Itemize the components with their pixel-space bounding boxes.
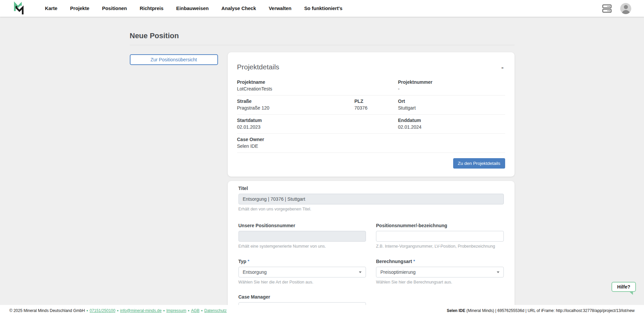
user-avatar-icon[interactable] xyxy=(620,3,631,14)
case-owner-value: Selen IDE xyxy=(237,143,355,149)
project-row: Startdatum 02.01.2023 Enddatum 02.01.202… xyxy=(237,115,505,134)
typ-select[interactable]: Entsorgung xyxy=(238,267,366,277)
plz-label: PLZ xyxy=(355,99,398,104)
startdatum-value: 02.01.2023 xyxy=(237,124,355,130)
titel-helper: Erhält den von uns vorgegebenen Titel. xyxy=(238,207,504,211)
footer-left: © 2025 Mineral Minds Deutschland GmbH•07… xyxy=(9,308,227,313)
unsere-positionsnummer-input xyxy=(238,231,366,242)
back-to-positions-button[interactable]: Zur Positionsübersicht xyxy=(130,54,218,65)
nav-item-karte[interactable]: Karte xyxy=(45,6,57,11)
positionsnummer-label: Positionsnummer/-bezeichnung xyxy=(376,223,504,228)
nav-item-projekte[interactable]: Projekte xyxy=(70,6,89,11)
footer-datenschutz-link[interactable]: Datenschutz xyxy=(204,308,227,313)
positionsnummer-input[interactable] xyxy=(376,231,504,242)
projektname-value: LotCreationTests xyxy=(237,86,355,91)
project-row: Projektname LotCreationTests Projektnumm… xyxy=(237,76,505,96)
footer-email-link[interactable]: info@mineral-minds.de xyxy=(120,308,162,313)
server-stack-icon[interactable] xyxy=(602,4,612,13)
nav-item-richtpreis[interactable]: Richtpreis xyxy=(140,6,163,11)
positionsnummer-helper: Z.B. Interne-Vorgangsnummer, LV-Position… xyxy=(376,244,504,249)
berechnungsart-helper: Wählen Sie hier die Berechnungsart aus. xyxy=(376,280,504,285)
nav-item-einbauweisen[interactable]: Einbauweisen xyxy=(176,6,209,11)
case-manager-label: Case Manager xyxy=(238,294,366,300)
right-column: Projektdetails - Projektname LotCreation… xyxy=(228,52,515,316)
ort-value: Stuttgart xyxy=(398,105,505,111)
titel-input xyxy=(238,194,504,204)
project-card-title: Projektdetails xyxy=(237,63,279,71)
top-navbar: Karte Projekte Positionen Richtpreis Ein… xyxy=(0,0,644,17)
projektname-label: Projektname xyxy=(237,79,355,85)
projektnummer-label: Projektnummer xyxy=(398,79,505,85)
unsere-positionsnummer-label: Unsere Positionsnummer xyxy=(238,223,366,228)
footer-user-name: Selen IDE xyxy=(447,308,465,313)
footer-agb-link[interactable]: AGB xyxy=(191,308,199,313)
project-row: Case Owner Selen IDE xyxy=(237,134,505,153)
footer: © 2025 Mineral Minds Deutschland GmbH•07… xyxy=(0,305,644,316)
copyright-text: © 2025 Mineral Minds Deutschland GmbH xyxy=(9,308,85,313)
berechnungsart-select[interactable]: Preisoptimierung xyxy=(376,267,504,277)
new-position-form-card: Titel Erhält den von uns vorgegebenen Ti… xyxy=(228,181,515,316)
chevron-down-icon xyxy=(359,271,362,273)
page-title: Neue Position xyxy=(130,31,515,40)
enddatum-label: Enddatum xyxy=(398,118,505,123)
typ-helper: Wählen Sie hier die Art der Position aus… xyxy=(238,280,366,285)
case-owner-label: Case Owner xyxy=(237,137,355,142)
footer-impressum-link[interactable]: Impressum xyxy=(166,308,186,313)
startdatum-label: Startdatum xyxy=(237,118,355,123)
footer-user-info: (Mineral Minds) | 69576255536d | URL of … xyxy=(465,308,635,313)
left-column: Zur Positionsübersicht xyxy=(130,52,218,65)
go-to-project-details-button[interactable]: Zu den Projektdetails xyxy=(453,158,505,169)
titel-label: Titel xyxy=(238,186,504,191)
strasse-value: Pragstraße 120 xyxy=(237,105,355,111)
project-row: Straße Pragstraße 120 PLZ 70376 Ort Stut… xyxy=(237,96,505,115)
ort-label: Ort xyxy=(398,99,505,104)
projektnummer-value: - xyxy=(398,86,505,91)
strasse-label: Straße xyxy=(237,99,355,104)
main-nav: Karte Projekte Positionen Richtpreis Ein… xyxy=(45,6,342,11)
footer-phone-link[interactable]: 07151/250100 xyxy=(90,308,115,313)
enddatum-value: 02.01.2024 xyxy=(398,124,505,130)
nav-item-so-funktionierts[interactable]: So funktioniert's xyxy=(304,6,342,11)
plz-value: 70376 xyxy=(355,105,398,111)
collapse-card-button[interactable]: - xyxy=(500,64,505,71)
required-asterisk: * xyxy=(413,259,415,264)
typ-label: Typ * xyxy=(238,259,366,264)
berechnungsart-label: Berechnungsart * xyxy=(376,259,504,264)
required-asterisk: * xyxy=(248,259,249,264)
title-divider xyxy=(130,45,515,45)
main-content: Neue Position Zur Positionsübersicht Pro… xyxy=(130,17,515,316)
chevron-down-icon xyxy=(497,271,499,273)
help-button[interactable]: Hilfe? xyxy=(611,282,636,292)
header-icon-group xyxy=(602,3,631,14)
nav-item-analyse-check[interactable]: Analyse Check xyxy=(221,6,256,11)
mineral-minds-logo-icon[interactable] xyxy=(13,1,25,15)
nav-item-positionen[interactable]: Positionen xyxy=(102,6,127,11)
berechnungsart-select-value: Preisoptimierung xyxy=(380,269,416,275)
unsere-positionsnummer-helper: Erhält eine systemgenerierte Nummer von … xyxy=(238,244,366,249)
nav-item-verwalten[interactable]: Verwalten xyxy=(269,6,291,11)
typ-select-value: Entsorgung xyxy=(243,269,267,275)
project-details-card: Projektdetails - Projektname LotCreation… xyxy=(228,52,515,177)
footer-right: Selen IDE (Mineral Minds) | 69576255536d… xyxy=(447,308,635,313)
